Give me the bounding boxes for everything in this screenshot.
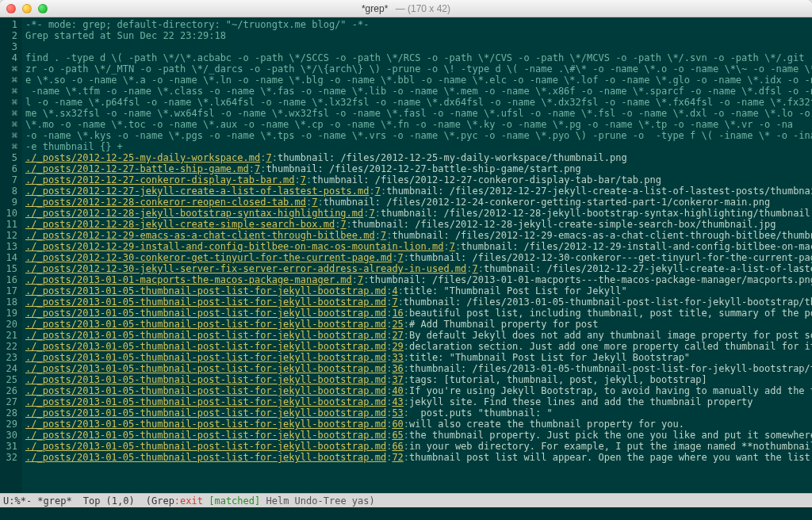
grep-line-no[interactable]: 27 [392,330,403,341]
minimize-icon[interactable] [22,4,32,13]
grep-file-path[interactable]: ./_posts/2013-01-05-thumbnail-post-list-… [25,419,386,430]
find-command-cont[interactable]: -o -name \*.kys -o -name \*.pgs -o -name… [25,130,812,141]
grep-result[interactable]: ./_posts/2013-01-05-thumbnail-post-list-… [25,396,812,407]
grep-line-no[interactable]: 72 [392,452,403,463]
find-command-cont[interactable]: -name \*.tfm -o -name \*.class -o -name … [25,86,812,97]
grep-result[interactable]: ./_posts/2012-12-29-install-and-config-b… [25,241,812,252]
find-command-cont[interactable]: \*.mo -o -name \*.toc -o -name \*.aux -o… [25,119,812,130]
grep-result[interactable]: ./_posts/2013-01-05-thumbnail-post-list-… [25,330,812,341]
grep-file-path[interactable]: ./_posts/2012-12-29-emacs-as-a-chat-clie… [25,230,375,241]
find-command-cont[interactable]: e \*.so -o -name \*.a -o -name \*.ln -o … [25,75,812,86]
find-command-cont[interactable]: l -o -name \*.p64fsl -o -name \*.lx64fsl… [25,97,812,108]
grep-line-no[interactable]: 7 [375,185,381,197]
grep-line-no[interactable]: 7 [473,263,478,274]
grep-result[interactable]: ./_posts/2012-12-27-conkeror-display-tab… [25,174,812,185]
grep-file-path[interactable]: ./_posts/2012-12-28-conkeror-reopen-clos… [25,197,306,208]
grep-line-no[interactable]: 4 [392,285,397,296]
grep-file-path[interactable]: ./_posts/2013-01-05-thumbnail-post-list-… [25,430,386,441]
grep-started[interactable]: Grep started at Sun Dec 22 23:29:18 [25,30,812,41]
find-command-cont[interactable]: -e thumbnail {} + [25,141,812,152]
grep-file-path[interactable]: ./_posts/2013-01-05-thumbnail-post-list-… [25,319,386,330]
find-command[interactable]: find . -type d \( -path \*/\*.acbabc -o … [25,52,812,63]
grep-result[interactable]: ./_posts/2013-01-05-thumbnail-post-list-… [25,352,812,363]
grep-file-path[interactable]: ./_posts/2012-12-25-my-daily-workspace.m… [25,152,260,163]
grep-line-no[interactable]: 43 [392,396,403,407]
grep-file-path[interactable]: ./_posts/2013-01-05-thumbnail-post-list-… [25,452,386,463]
grep-result[interactable]: ./_posts/2013-01-05-thumbnail-post-list-… [25,319,812,330]
grep-line-no[interactable]: 7 [301,174,306,185]
grep-result[interactable]: ./_posts/2013-01-05-thumbnail-post-list-… [25,374,812,385]
grep-file-path[interactable]: ./_posts/2012-12-27-conkeror-display-tab… [25,174,295,185]
grep-line-no[interactable]: 25 [392,319,403,330]
grep-result[interactable]: ./_posts/2013-01-01-macports-the-macos-p… [25,274,812,285]
grep-file-path[interactable]: ./_posts/2012-12-30-jekyll-server-fix-se… [25,263,466,274]
grep-line-no[interactable]: 36 [392,363,403,374]
grep-result[interactable]: ./_posts/2013-01-05-thumbnail-post-list-… [25,407,812,419]
grep-line-no[interactable]: 7 [370,208,375,219]
grep-result[interactable]: ./_posts/2013-01-05-thumbnail-post-list-… [25,285,812,296]
grep-file-path[interactable]: ./_posts/2013-01-05-thumbnail-post-list-… [25,285,386,296]
grep-result[interactable]: ./_posts/2013-01-05-thumbnail-post-list-… [25,341,812,352]
grep-file-path[interactable]: ./_posts/2012-12-29-install-and-config-b… [25,241,443,252]
grep-result[interactable]: ./_posts/2012-12-27-battle-ship-game.md:… [25,163,812,174]
blank-line[interactable] [25,41,812,52]
titlebar: *grep* — (170 x 42) [0,0,812,17]
grep-result[interactable]: ./_posts/2013-01-05-thumbnail-post-list-… [25,363,812,374]
grep-file-path[interactable]: ./_posts/2013-01-05-thumbnail-post-list-… [25,441,386,452]
grep-file-path[interactable]: ./_posts/2012-12-28-jekyll-bootstrap-syn… [25,208,363,219]
minibuffer[interactable] [0,507,812,520]
grep-result[interactable]: ./_posts/2012-12-29-emacs-as-a-chat-clie… [25,230,812,241]
grep-line-no[interactable]: 33 [392,352,403,363]
grep-line-no[interactable]: 7 [450,241,455,252]
grep-line-no[interactable]: 66 [392,441,403,452]
grep-result[interactable]: ./_posts/2013-01-05-thumbnail-post-list-… [25,452,812,463]
grep-result[interactable]: ./_posts/2012-12-30-jekyll-server-fix-se… [25,263,812,274]
grep-match-text: title: "Thumbnail Post List for Jekyll B… [409,352,690,363]
grep-line-no[interactable]: 40 [392,385,403,396]
grep-result[interactable]: ./_posts/2013-01-05-thumbnail-post-list-… [25,419,812,430]
mode-line-comment[interactable]: -*- mode: grep; default-directory: "~/tr… [25,19,812,30]
close-icon[interactable] [6,4,16,13]
find-command-cont[interactable]: zr -o -path \*/_MTN -o -path \*/_darcs -… [25,63,812,75]
grep-line-no[interactable]: 53 [392,407,403,419]
editor-area[interactable]: 1234⌘⌘⌘⌘⌘⌘⌘⌘5678910111213141516171819202… [0,17,812,493]
grep-result[interactable]: ./_posts/2013-01-05-thumbnail-post-list-… [25,430,812,441]
grep-result[interactable]: ./_posts/2013-01-05-thumbnail-post-list-… [25,308,812,319]
grep-result[interactable]: ./_posts/2013-01-05-thumbnail-post-list-… [25,385,812,396]
zoom-icon[interactable] [38,4,48,13]
grep-line-no[interactable]: 65 [392,430,403,441]
grep-line-no[interactable]: 7 [392,296,397,308]
grep-result[interactable]: ./_posts/2012-12-27-jekyll-create-a-list… [25,185,812,197]
grep-file-path[interactable]: ./_posts/2013-01-05-thumbnail-post-list-… [25,308,386,319]
grep-file-path[interactable]: ./_posts/2012-12-27-jekyll-create-a-list… [25,185,369,197]
grep-line-no[interactable]: 60 [392,419,403,430]
find-command-cont[interactable]: me \*.sx32fsl -o -name \*.wx64fsl -o -na… [25,108,812,119]
grep-file-path[interactable]: ./_posts/2012-12-27-battle-ship-game.md [25,163,249,174]
grep-line-no[interactable]: 37 [392,374,403,385]
grep-line-no[interactable]: 16 [392,308,403,319]
grep-file-path[interactable]: ./_posts/2013-01-05-thumbnail-post-list-… [25,330,386,341]
grep-line-no[interactable]: 29 [392,341,403,352]
grep-file-path[interactable]: ./_posts/2013-01-05-thumbnail-post-list-… [25,374,386,385]
grep-file-path[interactable]: ./_posts/2013-01-01-macports-the-macos-p… [25,274,352,285]
grep-line-no[interactable]: 7 [266,152,271,163]
grep-file-path[interactable]: ./_posts/2012-12-30-conkeror-get-tinyurl… [25,252,392,263]
grep-result[interactable]: ./_posts/2012-12-28-jekyll-create-simple… [25,219,812,230]
grep-result[interactable]: ./_posts/2013-01-05-thumbnail-post-list-… [25,441,812,452]
grep-result[interactable]: ./_posts/2012-12-25-my-daily-workspace.m… [25,152,812,163]
grep-file-path[interactable]: ./_posts/2013-01-05-thumbnail-post-list-… [25,363,386,374]
grep-result[interactable]: ./_posts/2012-12-30-conkeror-get-tinyurl… [25,252,812,263]
grep-file-path[interactable]: ./_posts/2013-01-05-thumbnail-post-list-… [25,407,386,419]
grep-line-no[interactable]: 7 [340,219,346,230]
grep-result[interactable]: ./_posts/2012-12-28-jekyll-bootstrap-syn… [25,208,812,219]
grep-file-path[interactable]: ./_posts/2013-01-05-thumbnail-post-list-… [25,385,386,396]
buffer-content[interactable]: -*- mode: grep; default-directory: "~/tr… [22,17,812,493]
grep-file-path[interactable]: ./_posts/2013-01-05-thumbnail-post-list-… [25,341,386,352]
grep-file-path[interactable]: ./_posts/2013-01-05-thumbnail-post-list-… [25,396,386,407]
grep-file-path[interactable]: ./_posts/2012-12-28-jekyll-create-simple… [25,219,335,230]
grep-line-no[interactable]: 7 [398,252,404,263]
grep-file-path[interactable]: ./_posts/2013-01-05-thumbnail-post-list-… [25,352,386,363]
grep-file-path[interactable]: ./_posts/2013-01-05-thumbnail-post-list-… [25,296,386,308]
grep-result[interactable]: ./_posts/2012-12-28-conkeror-reopen-clos… [25,197,812,208]
grep-result[interactable]: ./_posts/2013-01-05-thumbnail-post-list-… [25,296,812,308]
